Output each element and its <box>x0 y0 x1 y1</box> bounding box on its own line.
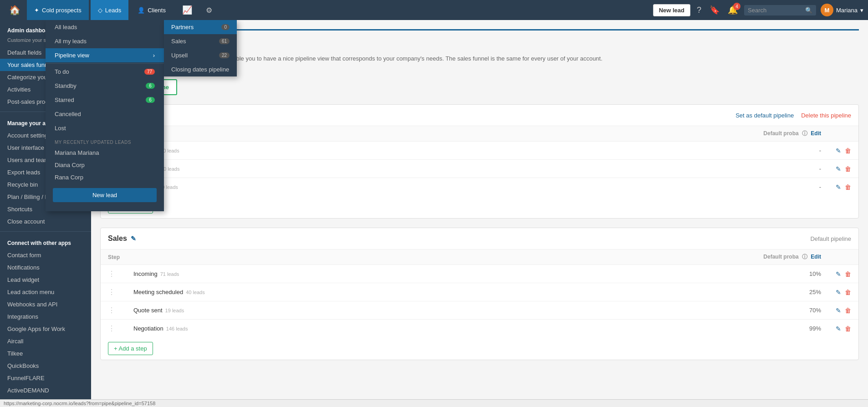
status-bar: https://marketing-corp.nocrm.io/leads?fr… <box>0 399 868 407</box>
default-pipeline-badge: Default pipeline <box>810 235 851 242</box>
delete-pipeline-partners[interactable]: Delete this pipeline <box>801 112 851 119</box>
step-edit-icon[interactable]: ✎ <box>836 325 841 332</box>
tab-cold-prospects[interactable]: ✦ Cold prospects <box>27 0 89 20</box>
dropdown-all-leads[interactable]: All leads <box>46 20 164 34</box>
step-edit-icon[interactable]: ✎ <box>836 307 841 314</box>
dropdown-starred[interactable]: Starred 6 <box>46 93 164 107</box>
settings-icon[interactable]: ⚙ <box>201 6 217 15</box>
notifications-badge: 4 <box>733 3 740 10</box>
recent-lead-3[interactable]: Rana Corp <box>46 171 164 183</box>
pipeline-submenu: Partners 0 Sales 61 Upsell 22 Closing da… <box>164 20 237 76</box>
sidebar-item-close-account[interactable]: Close account <box>0 215 91 228</box>
submenu-upsell[interactable]: Upsell 22 <box>164 48 237 62</box>
step-edit-icon[interactable]: ✎ <box>836 183 841 191</box>
drag-handle[interactable]: ⋮ <box>108 288 119 296</box>
chevron-down-icon: ▾ <box>860 7 863 14</box>
pipeline-edit-icon-sales[interactable]: ✎ <box>131 235 136 242</box>
drag-handle[interactable]: ⋮ <box>108 325 119 332</box>
edit-col-label-sales[interactable]: Edit <box>811 254 821 260</box>
step-edit-icon[interactable]: ✎ <box>836 289 841 296</box>
steps-table-partners: Step Default proba ⓘ Edit ⋮ Contacted0 l… <box>101 126 858 196</box>
recent-lead-2[interactable]: Diana Corp <box>46 159 164 171</box>
sidebar-item-lead-action-menu[interactable]: Lead action menu <box>0 286 91 298</box>
sidebar-item-notifications[interactable]: Notifications <box>0 261 91 274</box>
step-delete-icon[interactable]: 🗑 <box>845 270 851 278</box>
leads-icon: ◇ <box>98 7 102 14</box>
dropdown-cancelled[interactable]: Cancelled <box>46 107 164 121</box>
set-default-link-partners[interactable]: Set as default pipeline <box>735 112 794 119</box>
new-lead-dropdown-button[interactable]: New lead <box>53 188 157 202</box>
submenu-closing-dates[interactable]: Closing dates pipeline <box>164 62 237 76</box>
steps-table-sales: Step Default proba ⓘ Edit ⋮ Incoming71 l… <box>101 249 858 337</box>
step-delete-icon[interactable]: 🗑 <box>845 183 851 191</box>
recent-lead-1[interactable]: Mariana Mariana <box>46 147 164 159</box>
dropdown-standby[interactable]: Standby 6 <box>46 79 164 93</box>
drag-handle[interactable]: ⋮ <box>108 306 119 314</box>
table-row: ⋮ Follow-up0 leads - ✎🗑 <box>101 178 858 196</box>
chevron-right-icon: › <box>153 52 155 59</box>
submenu-sales[interactable]: Sales 61 <box>164 34 237 48</box>
sidebar-item-activedemand[interactable]: ActiveDEMAND <box>0 384 91 397</box>
step-edit-icon[interactable]: ✎ <box>836 165 841 173</box>
pipeline-name-sales: Sales ✎ <box>108 234 136 243</box>
search-input[interactable] <box>748 7 802 14</box>
prob-help-icon-sales[interactable]: ⓘ <box>802 254 807 260</box>
submenu-partners[interactable]: Partners 0 <box>164 20 237 34</box>
dropdown-pipeline-view[interactable]: Pipeline view › <box>46 48 164 62</box>
prob-help-icon[interactable]: ⓘ <box>802 130 807 137</box>
step-delete-icon[interactable]: 🗑 <box>845 325 851 332</box>
sidebar-connect-title: Connect with other apps <box>0 235 91 249</box>
pipeline-actions-sales: Default pipeline <box>810 235 851 242</box>
sidebar-item-aircall[interactable]: Aircall <box>0 335 91 347</box>
table-row: ⋮ Negotiation146 leads 99% ✎🗑 <box>101 320 858 338</box>
edit-col-label[interactable]: Edit <box>811 130 821 137</box>
analytics-icon[interactable]: 📈 <box>175 0 199 20</box>
todo-badge: 77 <box>144 69 155 75</box>
step-delete-icon[interactable]: 🗑 <box>845 307 851 314</box>
sidebar-item-contact-form[interactable]: Contact form <box>0 249 91 261</box>
pipeline-card-partners: Partners ✎ Set as default pipeline Delet… <box>100 104 859 219</box>
sidebar-item-quickbooks[interactable]: QuickBooks <box>0 360 91 372</box>
step-edit-icon[interactable]: ✎ <box>836 147 841 154</box>
starred-badge: 6 <box>146 97 155 103</box>
dropdown-all-my-leads[interactable]: All my leads <box>46 34 164 48</box>
recently-section-label: MY RECENTLY UPDATED LEADS <box>46 135 164 147</box>
sidebar-item-google-apps[interactable]: Google Apps for Work <box>0 323 91 335</box>
drag-handle[interactable]: ⋮ <box>108 270 119 278</box>
top-nav: 🏠 ✦ Cold prospects ◇ Leads 👤 Clients 📈 ⚙… <box>0 0 868 20</box>
sidebar-item-lead-widget[interactable]: Lead widget <box>0 274 91 286</box>
home-icon[interactable]: 🏠 <box>5 5 25 15</box>
dropdown-todo[interactable]: To do 77 <box>46 65 164 79</box>
cold-prospects-icon: ✦ <box>34 7 39 14</box>
search-box[interactable]: 🔍 <box>744 5 816 15</box>
standby-badge: 6 <box>146 83 155 89</box>
col-prob-sales: Default proba ⓘ Edit <box>508 249 828 265</box>
col-step-sales: Step <box>101 249 508 265</box>
tab-leads[interactable]: ◇ Leads <box>91 0 128 20</box>
help-icon[interactable]: ? <box>695 5 703 15</box>
avatar: M <box>821 4 833 16</box>
sidebar-item-integrations[interactable]: Integrations <box>0 310 91 323</box>
add-step-button-sales[interactable]: + Add a step <box>108 342 153 355</box>
bookmarks-icon[interactable]: 🔖 <box>708 5 721 15</box>
user-menu[interactable]: M Mariana ▾ <box>821 4 863 16</box>
pipeline-header-sales: Sales ✎ Default pipeline <box>101 228 858 249</box>
sidebar-item-webhooks[interactable]: Webhooks and API <box>0 298 91 310</box>
col-prob-partners: Default proba ⓘ Edit <box>447 126 828 142</box>
step-edit-icon[interactable]: ✎ <box>836 270 841 278</box>
leads-dropdown: All leads All my leads Pipeline view › T… <box>46 20 164 211</box>
tab-clients[interactable]: 👤 Clients <box>130 0 173 20</box>
pipeline-header-partners: Partners ✎ Set as default pipeline Delet… <box>101 105 858 126</box>
sidebar-item-funnelflare[interactable]: FunnelFLARE <box>0 372 91 384</box>
step-delete-icon[interactable]: 🗑 <box>845 165 851 173</box>
step-delete-icon[interactable]: 🗑 <box>845 289 851 296</box>
new-lead-button[interactable]: New lead <box>653 4 690 16</box>
notifications-icon[interactable]: 🔔 4 <box>726 5 740 15</box>
sales-badge: 61 <box>219 38 230 44</box>
step-delete-icon[interactable]: 🗑 <box>845 147 851 154</box>
clients-icon: 👤 <box>138 7 145 14</box>
dropdown-lost[interactable]: Lost <box>46 121 164 135</box>
sidebar-item-tilkee[interactable]: Tilkee <box>0 347 91 360</box>
search-icon: 🔍 <box>805 7 812 14</box>
table-row: ⋮ Meeting scheduled40 leads 25% ✎🗑 <box>101 283 858 301</box>
